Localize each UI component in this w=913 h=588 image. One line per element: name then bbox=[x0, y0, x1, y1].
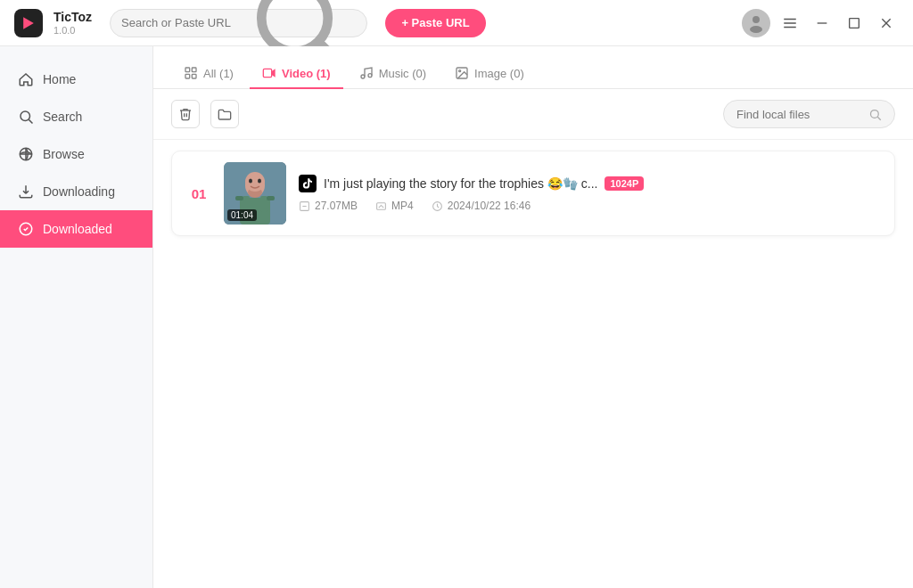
svg-point-40 bbox=[258, 179, 261, 184]
sidebar-item-home-label: Home bbox=[43, 72, 76, 86]
file-size-icon bbox=[299, 200, 310, 212]
tab-video[interactable]: Video (1) bbox=[250, 59, 343, 89]
svg-rect-18 bbox=[185, 68, 190, 72]
open-folder-button[interactable] bbox=[210, 100, 239, 128]
svg-rect-43 bbox=[377, 202, 386, 209]
content-area: All (1) Video (1) Music (0) Image (0 bbox=[153, 46, 913, 588]
download-list: 01 bbox=[153, 140, 913, 588]
quality-badge: 1024P bbox=[605, 176, 644, 191]
sidebar-item-downloading[interactable]: Downloading bbox=[0, 173, 152, 210]
svg-rect-22 bbox=[263, 69, 271, 77]
sidebar-item-browse-label: Browse bbox=[43, 147, 85, 161]
browse-icon bbox=[18, 146, 34, 162]
svg-rect-35 bbox=[260, 196, 267, 212]
delete-button[interactable] bbox=[171, 100, 200, 128]
meta-size: 27.07MB bbox=[299, 200, 358, 212]
sidebar-item-search[interactable]: Search bbox=[0, 98, 152, 135]
sidebar-item-browse[interactable]: Browse bbox=[0, 135, 152, 173]
svg-rect-19 bbox=[192, 68, 196, 72]
svg-point-3 bbox=[753, 16, 760, 23]
svg-line-29 bbox=[877, 117, 880, 119]
downloaded-icon bbox=[18, 221, 34, 237]
tab-all[interactable]: All (1) bbox=[171, 59, 246, 89]
file-format: MP4 bbox=[391, 200, 414, 212]
svg-point-12 bbox=[21, 111, 30, 121]
sidebar-item-downloaded[interactable]: Downloaded bbox=[0, 210, 152, 248]
sidebar-item-downloading-label: Downloading bbox=[43, 184, 115, 199]
find-local-bar[interactable] bbox=[723, 100, 895, 128]
sidebar: Home Search Browse Downloading Downloade… bbox=[0, 46, 153, 588]
file-size: 27.07MB bbox=[315, 200, 358, 212]
tab-music-label: Music (0) bbox=[379, 67, 426, 80]
item-title: I'm just playing the story for the troph… bbox=[324, 176, 597, 191]
svg-point-28 bbox=[871, 110, 879, 118]
svg-rect-37 bbox=[267, 196, 275, 200]
item-meta: 27.07MB MP4 2024/10/22 16: bbox=[299, 200, 880, 212]
app-name: TicToz bbox=[53, 10, 92, 25]
tiktok-icon bbox=[299, 175, 317, 192]
svg-point-1 bbox=[261, 0, 327, 51]
svg-rect-9 bbox=[850, 18, 860, 28]
svg-point-39 bbox=[249, 179, 252, 184]
maximize-button[interactable] bbox=[842, 11, 867, 36]
tab-all-label: All (1) bbox=[203, 67, 234, 80]
clock-icon bbox=[432, 200, 443, 212]
video-icon bbox=[262, 66, 276, 80]
home-icon bbox=[18, 71, 34, 87]
item-title-row: I'm just playing the story for the troph… bbox=[299, 175, 880, 192]
tab-image[interactable]: Image (0) bbox=[442, 59, 537, 89]
tab-image-label: Image (0) bbox=[474, 67, 524, 80]
svg-marker-0 bbox=[23, 17, 34, 29]
find-local-input[interactable] bbox=[736, 108, 861, 121]
app-info: TicToz 1.0.0 bbox=[53, 10, 92, 36]
item-number: 01 bbox=[186, 186, 211, 201]
tabs-bar: All (1) Video (1) Music (0) Image (0 bbox=[153, 46, 913, 89]
sidebar-item-home[interactable]: Home bbox=[0, 61, 152, 98]
tab-music[interactable]: Music (0) bbox=[347, 59, 439, 89]
duration-badge: 01:04 bbox=[227, 209, 257, 221]
trash-icon bbox=[178, 107, 193, 121]
svg-point-4 bbox=[750, 26, 762, 33]
find-local-search-icon bbox=[868, 108, 882, 121]
svg-point-24 bbox=[361, 75, 365, 78]
download-item: 01 bbox=[171, 151, 895, 236]
avatar[interactable] bbox=[742, 9, 770, 37]
music-icon bbox=[359, 66, 374, 80]
main-layout: Home Search Browse Downloading Downloade… bbox=[0, 46, 913, 588]
svg-line-13 bbox=[29, 119, 32, 123]
toolbar bbox=[153, 89, 913, 140]
svg-rect-36 bbox=[235, 196, 243, 200]
meta-format: MP4 bbox=[375, 200, 414, 212]
sidebar-item-downloaded-label: Downloaded bbox=[43, 222, 112, 236]
format-icon bbox=[375, 200, 387, 212]
search-input[interactable] bbox=[121, 16, 235, 29]
sidebar-item-search-label: Search bbox=[43, 110, 82, 124]
tab-video-label: Video (1) bbox=[282, 67, 331, 80]
svg-point-27 bbox=[459, 70, 461, 72]
app-version: 1.0.0 bbox=[53, 25, 92, 36]
downloading-icon bbox=[18, 184, 34, 200]
item-details: I'm just playing the story for the troph… bbox=[299, 175, 880, 212]
search-bar[interactable] bbox=[110, 9, 367, 37]
svg-rect-20 bbox=[185, 74, 190, 78]
paste-url-button[interactable]: + Paste URL bbox=[385, 9, 485, 37]
thumbnail: 01:04 bbox=[224, 162, 286, 225]
download-date: 2024/10/22 16:46 bbox=[448, 200, 531, 212]
svg-rect-21 bbox=[192, 74, 196, 78]
folder-icon bbox=[218, 107, 232, 121]
search-nav-icon bbox=[18, 109, 34, 125]
image-icon bbox=[455, 66, 469, 80]
title-bar: TicToz 1.0.0 + Paste URL bbox=[0, 0, 913, 46]
tiktok-logo bbox=[301, 177, 314, 190]
close-button[interactable] bbox=[874, 11, 899, 36]
menu-button[interactable] bbox=[777, 11, 802, 36]
all-icon bbox=[184, 66, 198, 80]
svg-point-25 bbox=[368, 74, 372, 78]
meta-date: 2024/10/22 16:46 bbox=[432, 200, 531, 212]
minimize-button[interactable] bbox=[810, 11, 835, 36]
app-logo bbox=[14, 9, 43, 37]
window-controls bbox=[742, 9, 899, 37]
